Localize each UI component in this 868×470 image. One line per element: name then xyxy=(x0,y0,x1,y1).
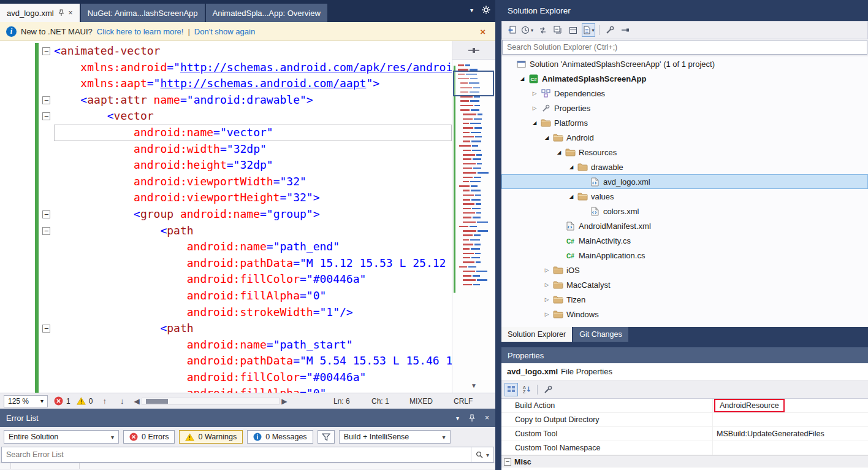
breakpoint-margin[interactable] xyxy=(0,288,35,304)
expand-icon[interactable]: ▷ xyxy=(542,311,552,317)
code-text[interactable]: android:fillAlpha="0" xyxy=(54,288,452,304)
tree-item-avd-logo-xml[interactable]: avd_logo.xml xyxy=(501,174,868,189)
property-row-custom-tool[interactable]: Custom ToolMSBuild:UpdateGeneratedFiles xyxy=(501,427,868,441)
property-row-custom-tool-namespace[interactable]: Custom Tool Namespace xyxy=(501,441,868,455)
window-menu-icon[interactable]: ▾ xyxy=(456,415,459,422)
minimap-viewport[interactable] xyxy=(453,71,494,96)
horizontal-scrollbar[interactable]: ◀ ▶ xyxy=(134,397,287,406)
code-area[interactable]: −<animated-vector xmlns:android="http://… xyxy=(0,41,452,393)
breakpoint-margin[interactable] xyxy=(0,75,35,92)
gear-icon[interactable] xyxy=(482,6,490,14)
messages-toggle-button[interactable]: 0 Messages xyxy=(247,430,313,444)
close-icon[interactable]: × xyxy=(69,9,73,17)
code-line-10[interactable]: android:viewportHeight="32"> xyxy=(0,190,452,206)
breakpoint-margin[interactable] xyxy=(0,190,35,206)
code-text[interactable]: <aapt:attr name="android:drawable"> xyxy=(54,92,452,109)
breakpoint-margin[interactable] xyxy=(0,223,35,239)
pending-changes-filter-icon[interactable]: ▾ xyxy=(520,23,534,37)
code-line-17[interactable]: android:strokeWidth="1"/> xyxy=(0,304,452,321)
breakpoint-margin[interactable] xyxy=(0,43,35,60)
breakpoint-margin[interactable] xyxy=(0,320,35,337)
tree-item-dependencies[interactable]: ▷Dependencies xyxy=(501,86,868,101)
expand-icon[interactable]: ▷ xyxy=(542,296,552,302)
tree-item-mainapplication-cs[interactable]: C#MainApplication.cs xyxy=(501,248,868,263)
tree-item-colors-xml[interactable]: colors.xml xyxy=(501,204,868,218)
breakpoint-margin[interactable] xyxy=(0,239,35,255)
error-list-titlebar[interactable]: Error List ▾ × xyxy=(0,409,495,427)
property-value[interactable]: AndroidResource xyxy=(713,399,868,412)
code-line-19[interactable]: android:name="path_start" xyxy=(0,337,452,353)
document-warnings[interactable]: 0 xyxy=(77,397,93,406)
learn-more-link[interactable]: Click here to learn more! xyxy=(97,27,184,36)
fold-collapse-icon[interactable]: − xyxy=(42,325,50,333)
document-health[interactable]: 1 xyxy=(54,396,70,406)
tree-item-animatedsplashscreenapp[interactable]: ◢C#AnimatedSplashScreenApp xyxy=(501,71,868,86)
code-text[interactable]: android:viewportHeight="32"> xyxy=(54,190,452,206)
breakpoint-margin[interactable] xyxy=(0,353,35,369)
code-line-16[interactable]: android:fillAlpha="0" xyxy=(0,288,452,304)
breakpoint-margin[interactable] xyxy=(0,141,35,158)
attach-icon[interactable] xyxy=(619,23,632,37)
expand-icon[interactable]: ▷ xyxy=(530,90,539,96)
previous-issue-icon[interactable]: ↑ xyxy=(99,396,110,406)
code-line-21[interactable]: android:fillColor="#00446a" xyxy=(0,369,452,386)
collapse-icon[interactable]: ◢ xyxy=(542,134,552,141)
code-text[interactable]: xmlns:android="http://schemas.android.co… xyxy=(54,60,452,76)
code-text[interactable]: android:viewportWidth="32" xyxy=(54,174,452,190)
collapse-icon[interactable]: ◢ xyxy=(530,120,539,126)
tree-item-solution-animatedsplashscreena[interactable]: Solution 'AnimatedSplashScreenApp' (1 of… xyxy=(501,56,868,71)
code-line-20[interactable]: android:pathData="M 5.54 15.53 L 15.46 1… xyxy=(0,353,452,369)
collapse-category-icon[interactable]: − xyxy=(504,458,511,466)
tree-item-maccatalyst[interactable]: ▷MacCatalyst xyxy=(501,277,868,292)
code-line-14[interactable]: android:pathData="M 15.12 15.53 L 25.12 … xyxy=(0,255,452,272)
expand-icon[interactable]: ▷ xyxy=(542,267,552,273)
property-row-build-action[interactable]: Build ActionAndroidResource xyxy=(501,399,868,413)
next-issue-icon[interactable]: ↓ xyxy=(116,396,128,406)
code-text[interactable]: android:name="path_start" xyxy=(54,337,452,353)
error-list-search-input[interactable] xyxy=(2,450,471,459)
tree-item-properties[interactable]: ▷Properties xyxy=(501,101,868,115)
panel-splitter[interactable] xyxy=(495,0,501,470)
code-line-22[interactable]: android:fillAlpha="0" xyxy=(0,385,452,393)
code-line-11[interactable]: − <group android:name="group"> xyxy=(0,206,452,223)
close-icon[interactable]: × xyxy=(485,414,489,422)
document-tab-animatedspla-app-overview[interactable]: AnimatedSpla...App: Overview xyxy=(206,4,327,22)
breakpoint-margin[interactable] xyxy=(0,108,35,125)
code-line-9[interactable]: android:viewportWidth="32" xyxy=(0,174,452,190)
solution-explorer-titlebar[interactable]: Solution Explorer xyxy=(501,0,868,21)
solution-explorer-search-input[interactable] xyxy=(502,40,867,55)
show-all-files-icon[interactable]: ▾ xyxy=(582,23,595,37)
search-icon[interactable] xyxy=(476,451,483,458)
breakpoint-margin[interactable] xyxy=(0,304,35,321)
breakpoint-margin[interactable] xyxy=(0,92,35,109)
code-text[interactable]: android:width="32dp" xyxy=(54,141,452,158)
category-row-misc[interactable]: −Misc xyxy=(501,455,868,468)
collapse-all-icon[interactable] xyxy=(551,23,565,37)
expand-icon[interactable]: ▷ xyxy=(542,282,552,288)
error-list-search[interactable]: ▾ xyxy=(1,447,494,463)
code-line-8[interactable]: android:height="32dp" xyxy=(0,157,452,174)
code-text[interactable]: <animated-vector xyxy=(54,43,452,60)
code-line-15[interactable]: android:fillColor="#00446a" xyxy=(0,271,452,288)
collapse-icon[interactable]: ◢ xyxy=(517,75,527,82)
breakpoint-margin[interactable] xyxy=(0,60,35,76)
properties-titlebar[interactable]: Properties xyxy=(501,347,868,363)
dont-show-again-link[interactable]: Don't show again xyxy=(194,27,255,36)
code-line-6[interactable]: android:name="vector" xyxy=(0,125,452,141)
breakpoint-margin[interactable] xyxy=(0,337,35,353)
property-value[interactable] xyxy=(713,441,868,455)
code-line-3[interactable]: xmlns:aapt="http://schemas.android.com/a… xyxy=(0,75,452,92)
code-text[interactable]: <path xyxy=(54,320,452,337)
code-editor[interactable]: −<animated-vector xmlns:android="http://… xyxy=(0,41,495,393)
fold-collapse-icon[interactable]: − xyxy=(42,96,50,104)
zoom-select[interactable]: 125 % ▾ xyxy=(4,395,48,407)
editor-splitter-handle[interactable] xyxy=(452,41,495,60)
code-text[interactable]: android:fillColor="#00446a" xyxy=(54,369,452,386)
errors-toggle-button[interactable]: 0 Errors xyxy=(123,430,175,444)
property-value[interactable] xyxy=(713,413,868,426)
breakpoint-margin[interactable] xyxy=(0,157,35,174)
code-text[interactable]: <path xyxy=(54,223,452,239)
code-line-12[interactable]: − <path xyxy=(0,223,452,239)
collapse-icon[interactable]: ◢ xyxy=(566,193,576,199)
tree-item-mainactivity-cs[interactable]: C#MainActivity.cs xyxy=(501,233,868,248)
